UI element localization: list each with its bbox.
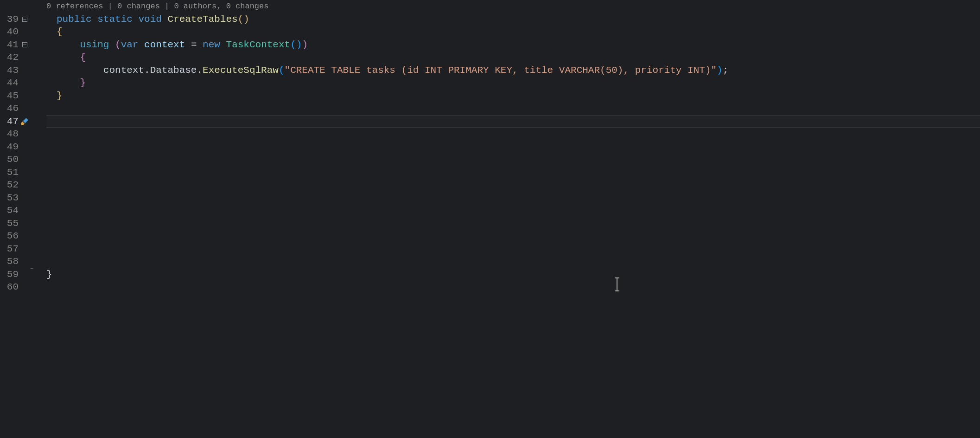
code-line[interactable]: 57 — [0, 243, 980, 256]
code-line[interactable]: 59} — [0, 268, 980, 281]
line-number[interactable]: 42 — [0, 51, 20, 64]
code-content[interactable]: using (var context = new TaskContext()) — [46, 39, 308, 52]
code-line[interactable]: 45} — [0, 90, 980, 103]
code-line[interactable]: 43 context.Database.ExecuteSqlRaw("CREAT… — [0, 64, 980, 77]
code-line[interactable]: 53 — [0, 192, 980, 205]
line-number[interactable]: 52 — [0, 179, 20, 192]
code-line[interactable]: 40{ — [0, 26, 980, 39]
code-line[interactable]: 44 } — [0, 77, 980, 90]
text-cursor — [617, 278, 617, 290]
code-content[interactable]: } — [46, 90, 63, 103]
code-line[interactable]: 48 — [0, 128, 980, 141]
code-line[interactable]: 58 — [0, 255, 980, 268]
code-content[interactable]: } — [46, 77, 86, 90]
line-number[interactable]: 40 — [0, 26, 20, 39]
code-line[interactable]: 54 — [0, 204, 980, 217]
code-content[interactable]: context.Database.ExecuteSqlRaw("CREATE T… — [46, 64, 728, 77]
line-number[interactable]: 50 — [0, 153, 20, 166]
line-number[interactable]: 58 — [0, 255, 20, 268]
codelens-text[interactable]: 0 references | 0 changes | 0 authors, 0 … — [46, 0, 268, 13]
code-line[interactable]: 51 — [0, 166, 980, 179]
line-number[interactable]: 44 — [0, 77, 20, 90]
line-number[interactable]: 45 — [0, 90, 20, 103]
code-line[interactable]: 49 — [0, 141, 980, 154]
code-line[interactable]: 41 using (var context = new TaskContext(… — [0, 39, 980, 52]
line-number[interactable]: 49 — [0, 141, 20, 154]
line-number[interactable]: 56 — [0, 230, 20, 243]
code-editor[interactable]: 0 references | 0 changes | 0 authors, 0 … — [0, 0, 980, 438]
current-line-highlight — [46, 115, 980, 128]
code-content[interactable]: { — [46, 51, 86, 64]
line-number[interactable]: 39 — [0, 13, 20, 26]
fold-icon[interactable] — [22, 42, 27, 47]
code-line[interactable]: 56 — [0, 230, 980, 243]
line-number[interactable]: 60 — [0, 281, 20, 294]
code-line[interactable]: 42 { — [0, 51, 980, 64]
code-line[interactable]: 47 — [0, 115, 980, 128]
code-line[interactable]: 60 — [0, 281, 980, 294]
bracket-guide — [31, 268, 33, 269]
line-number[interactable]: 51 — [0, 166, 20, 179]
line-number[interactable]: 48 — [0, 128, 20, 141]
line-number[interactable]: 55 — [0, 217, 20, 230]
code-line[interactable]: 39public static void CreateTables() — [0, 13, 980, 26]
line-number[interactable]: 46 — [0, 102, 20, 115]
code-line[interactable]: 46 — [0, 102, 980, 115]
line-number[interactable]: 47 — [0, 115, 20, 128]
line-number[interactable]: 43 — [0, 64, 20, 77]
code-line[interactable]: 55 — [0, 217, 980, 230]
code-line[interactable]: 52 — [0, 179, 980, 192]
line-number[interactable]: 57 — [0, 243, 20, 256]
codelens-line: 0 references | 0 changes | 0 authors, 0 … — [0, 0, 980, 13]
code-content[interactable]: public static void CreateTables() — [46, 13, 249, 26]
code-line[interactable]: 50 — [0, 153, 980, 166]
code-content[interactable]: } — [46, 268, 52, 281]
code-content[interactable]: { — [46, 26, 63, 39]
line-number[interactable]: 53 — [0, 192, 20, 205]
line-number[interactable]: 41 — [0, 39, 20, 52]
fold-icon[interactable] — [22, 17, 27, 22]
line-number[interactable]: 54 — [0, 204, 20, 217]
line-number[interactable]: 59 — [0, 268, 20, 281]
